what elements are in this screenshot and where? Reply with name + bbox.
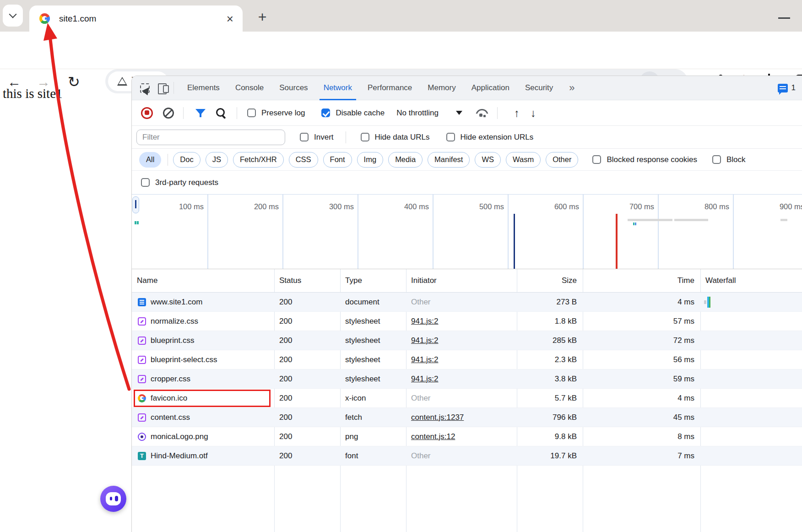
tab-elements[interactable]: Elements [179, 76, 228, 100]
disable-cache-checkbox[interactable]: Disable cache [321, 109, 385, 118]
request-initiator-link[interactable]: 941.js:2 [406, 317, 517, 326]
throttling-select[interactable]: No throttling [396, 109, 439, 118]
hide-data-urls-checkbox[interactable]: Hide data URLs [361, 133, 430, 142]
issues-indicator[interactable]: 1 [778, 83, 796, 92]
inspect-element-icon[interactable] [140, 83, 150, 93]
gridline [282, 195, 283, 269]
table-row[interactable]: cropper.css 200 stylesheet 941.js:2 3.8 … [132, 369, 802, 389]
type-filter-all[interactable]: All [139, 152, 161, 168]
tab-memory[interactable]: Memory [420, 76, 463, 100]
more-tabs-icon[interactable]: » [569, 82, 574, 94]
request-initiator-link[interactable]: 941.js:2 [406, 355, 517, 364]
import-har-icon[interactable]: ↑ [514, 107, 520, 119]
type-filter-doc[interactable]: Doc [173, 152, 200, 168]
tab-sources[interactable]: Sources [271, 76, 315, 100]
clear-network-log-icon[interactable] [163, 108, 174, 119]
header-size[interactable]: Size [517, 276, 583, 285]
request-status: 200 [274, 432, 340, 441]
request-type: png [340, 432, 406, 441]
table-row[interactable]: content.css 200 fetch content.js:1237 79… [132, 408, 802, 427]
type-filter-manifest[interactable]: Manifest [428, 152, 470, 168]
filter-icon[interactable] [195, 108, 206, 118]
google-favicon-icon [39, 13, 50, 24]
disable-cache-label: Disable cache [336, 109, 385, 118]
tab-network[interactable]: Network [316, 76, 360, 100]
table-row[interactable]: THind-Medium.otf 200 font Other 19.7 kB … [132, 446, 802, 466]
divider [168, 154, 168, 166]
timeline-tick: 200 ms [240, 202, 279, 211]
header-status[interactable]: Status [274, 276, 340, 285]
document-icon [138, 298, 146, 306]
search-icon[interactable] [216, 108, 227, 119]
timeline-tick: 600 ms [541, 202, 579, 211]
overview-tick [633, 223, 634, 225]
type-filter-ws[interactable]: WS [475, 152, 501, 168]
type-filter-font[interactable]: Font [323, 152, 352, 168]
new-tab-button[interactable]: + [253, 7, 272, 27]
header-time[interactable]: Time [583, 276, 700, 285]
table-row[interactable]: blueprint.css 200 stylesheet 941.js:2 28… [132, 331, 802, 350]
network-overview-timeline[interactable]: 100 ms 200 ms 300 ms 400 ms 500 ms 600 m… [132, 194, 802, 269]
request-initiator-link[interactable]: content.js:12 [406, 432, 517, 441]
gridline [583, 195, 584, 269]
domcontentloaded-marker [514, 214, 515, 269]
type-filter-other[interactable]: Other [546, 152, 578, 168]
export-har-icon[interactable]: ↓ [531, 107, 536, 119]
third-party-checkbox[interactable]: 3rd-party requests [141, 178, 218, 187]
request-time: 72 ms [583, 336, 700, 345]
type-filter-media[interactable]: Media [388, 152, 423, 168]
dropdown-arrow-icon[interactable] [456, 111, 462, 115]
header-type[interactable]: Type [340, 276, 406, 285]
type-filter-img[interactable]: Img [357, 152, 384, 168]
type-filter-wasm[interactable]: Wasm [506, 152, 541, 168]
assistant-bubble[interactable] [100, 486, 126, 512]
request-status: 200 [274, 394, 340, 403]
tab-security[interactable]: Security [517, 76, 561, 100]
checkbox-unchecked [247, 109, 256, 117]
load-event-marker [616, 214, 618, 269]
filter-input[interactable] [136, 130, 285, 145]
browser-tab[interactable]: site1.com × [29, 5, 243, 32]
gridline [508, 195, 509, 269]
tab-application[interactable]: Application [464, 76, 517, 100]
table-row[interactable]: www.site1.com 200 document Other 273 B 4… [132, 293, 802, 312]
device-toolbar-icon[interactable] [158, 83, 168, 92]
request-initiator: Other [406, 394, 517, 403]
header-name[interactable]: Name [132, 276, 274, 285]
tab-console[interactable]: Console [228, 76, 271, 100]
request-type-filters: All Doc JS Fetch/XHR CSS Font Img Media … [132, 149, 802, 171]
overview-mini-bar [137, 221, 139, 224]
request-initiator-link[interactable]: 941.js:2 [406, 375, 517, 384]
reload-button[interactable]: ↻ [68, 74, 80, 90]
tab-performance[interactable]: Performance [360, 76, 420, 100]
overview-drag-handle[interactable] [132, 196, 139, 213]
tab-search-button[interactable] [3, 5, 23, 27]
type-filter-fetchxhr[interactable]: Fetch/XHR [233, 152, 284, 168]
hide-extension-urls-label: Hide extension URLs [461, 133, 534, 142]
checkbox-unchecked [446, 133, 455, 141]
blocked-requests-label: Block [726, 155, 746, 164]
request-type: stylesheet [340, 317, 406, 326]
chevron-down-icon [9, 11, 17, 18]
header-waterfall[interactable]: Waterfall [700, 276, 802, 285]
window-minimize-button[interactable] [778, 17, 790, 19]
tab-title: site1.com [59, 14, 227, 24]
checkbox-unchecked [361, 133, 369, 141]
request-initiator-link[interactable]: 941.js:2 [406, 336, 517, 345]
table-row[interactable]: monicaLogo.png 200 png content.js:12 9.8… [132, 427, 802, 446]
table-row[interactable]: normalize.css 200 stylesheet 941.js:2 1.… [132, 312, 802, 331]
blocked-requests-checkbox[interactable]: Block [712, 155, 746, 164]
blocked-response-cookies-checkbox[interactable]: Blocked response cookies [592, 155, 697, 164]
table-row[interactable]: blueprint-select.css 200 stylesheet 941.… [132, 350, 802, 369]
hide-extension-urls-checkbox[interactable]: Hide extension URLs [446, 133, 534, 142]
table-header: Name Status Type Initiator Size Time Wat… [132, 269, 802, 293]
preserve-log-checkbox[interactable]: Preserve log [247, 109, 305, 118]
type-filter-js[interactable]: JS [206, 152, 228, 168]
header-initiator[interactable]: Initiator [406, 276, 517, 285]
invert-checkbox[interactable]: Invert [300, 133, 334, 142]
network-conditions-icon[interactable] [475, 108, 488, 118]
record-network-log-icon[interactable] [141, 107, 153, 119]
type-filter-css[interactable]: CSS [289, 152, 318, 168]
request-initiator-link[interactable]: content.js:1237 [406, 413, 517, 422]
close-tab-icon[interactable]: × [227, 13, 233, 25]
